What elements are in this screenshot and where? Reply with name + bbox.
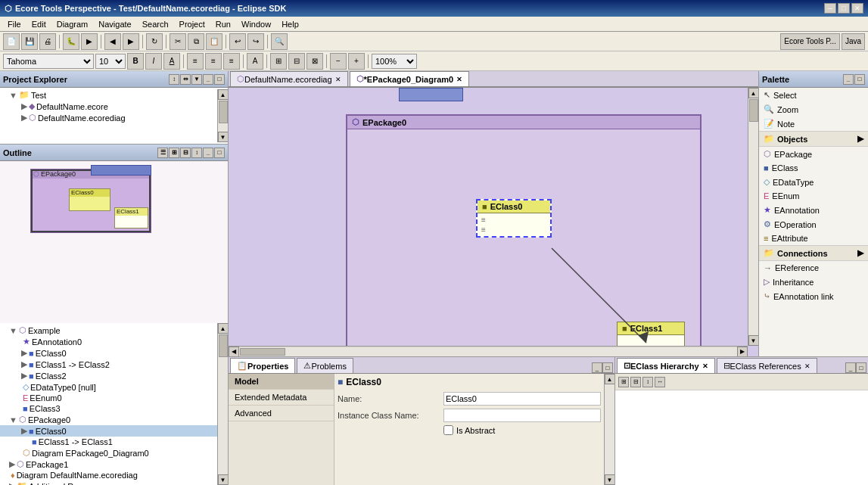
diagram-class-eclass0[interactable]: ■ EClass0 ≡ ≡ — [476, 199, 552, 238]
palette-inheritance[interactable]: ▷ Inheritance — [759, 275, 868, 289]
scroll-up2[interactable]: ▲ — [218, 323, 229, 334]
hierarchy-minimize[interactable]: _ — [845, 362, 856, 373]
java-button[interactable]: Java — [842, 33, 865, 50]
diag-scroll-left[interactable]: ◀ — [229, 347, 239, 357]
prop-instance-input[interactable] — [443, 409, 601, 422]
tab-epackage0[interactable]: ⬡ *EPackage0_Diagram0 ✕ — [350, 71, 470, 86]
copy-button[interactable]: ⧉ — [188, 33, 204, 50]
palette-objects-section[interactable]: 📁 Objects ▶ — [759, 131, 868, 147]
redo-button[interactable]: ↪ — [247, 33, 264, 50]
tree-additional[interactable]: ▶ 📁Additional Resources — [0, 480, 217, 485]
tree-item-test[interactable]: ▼ 📁 Test — [0, 89, 217, 101]
diagram-vscrollbar[interactable]: ▲ ▼ — [748, 88, 758, 346]
tree-epackage1[interactable]: ▶ ⬡EPackage1 — [0, 459, 217, 470]
hierarchy-tab-close[interactable]: ✕ — [702, 362, 708, 370]
tree-item-ecore[interactable]: ▶ ◆ DefaultName.ecore — [0, 101, 217, 112]
diagram-btn1[interactable]: ⊞ — [270, 53, 287, 70]
palette-edatatype[interactable]: ◇ EDataType — [759, 175, 868, 189]
palette-minimize[interactable]: _ — [843, 74, 854, 85]
tab-eclass-references[interactable]: ⊟ EClass References ✕ — [717, 358, 817, 373]
cut-button[interactable]: ✂ — [170, 33, 186, 50]
italic-button[interactable]: I — [145, 53, 162, 70]
diag-scroll-down[interactable]: ▼ — [748, 335, 759, 346]
scroll-down2[interactable]: ▼ — [218, 474, 229, 485]
menu-navigate[interactable]: Navigate — [94, 18, 135, 30]
tree-scrollbar2[interactable]: ▲ ▼ — [217, 323, 228, 485]
back-button[interactable]: ◀ — [104, 33, 121, 50]
minimize-panel-btn[interactable]: _ — [203, 74, 213, 85]
tree-eclass1-eclass1[interactable]: ■EClass1 -> EClass1 — [0, 437, 217, 447]
menu-diagram[interactable]: Diagram — [52, 18, 93, 30]
align-center-button[interactable]: ≡ — [205, 53, 222, 70]
tab-close-1[interactable]: ✕ — [335, 76, 341, 83]
palette-zoom[interactable]: 🔍 Zoom — [759, 102, 868, 117]
zoom-out-button[interactable]: − — [330, 53, 347, 70]
props-scroll-up[interactable]: ▲ — [605, 374, 615, 384]
prop-extended-item[interactable]: Extended Metadata — [229, 390, 334, 406]
tree-diagram-epackage[interactable]: ⬡Diagram EPackage0_Diagram0 — [0, 447, 217, 459]
prop-model-item[interactable]: Model — [229, 374, 334, 390]
scroll-up[interactable]: ▲ — [218, 89, 229, 100]
refresh-button[interactable]: ↻ — [146, 33, 163, 50]
prop-abstract-checkbox[interactable] — [443, 425, 453, 435]
tree-example[interactable]: ▼ ⬡Example — [0, 325, 217, 336]
collapse-btn[interactable]: ↕ — [169, 74, 179, 85]
tab-defaultname[interactable]: ⬡ DefaultName.ecorediag ✕ — [230, 71, 348, 86]
prop-advanced-item[interactable]: Advanced — [229, 406, 334, 421]
font-family-select[interactable]: Tahoma — [3, 54, 94, 69]
props-scroll-down[interactable]: ▼ — [605, 474, 615, 485]
link-btn[interactable]: ⇔ — [180, 74, 191, 85]
tree-eclass1-eclass2[interactable]: ▶ ■EClass1 -> EClass2 — [0, 359, 217, 370]
view-menu-btn[interactable]: ▼ — [191, 74, 202, 85]
run-button[interactable]: ▶ — [81, 33, 98, 50]
outline-maximize[interactable]: □ — [214, 148, 225, 158]
menu-file[interactable]: File — [3, 18, 26, 30]
save-button[interactable]: 💾 — [21, 33, 38, 50]
diagram-btn3[interactable]: ⊠ — [306, 53, 323, 70]
h-btn1[interactable]: ⊞ — [618, 377, 629, 387]
zoom-select[interactable]: 100% — [372, 54, 417, 69]
h-btn2[interactable]: ⊟ — [630, 377, 641, 387]
palette-eattribute[interactable]: ≡ EAttribute — [759, 232, 868, 245]
undo-button[interactable]: ↩ — [229, 33, 246, 50]
hierarchy-maximize[interactable]: □ — [856, 362, 866, 373]
menu-search[interactable]: Search — [138, 18, 173, 30]
palette-epackage[interactable]: ⬡ EPackage — [759, 147, 868, 161]
tree-eclass0-pkg[interactable]: ▶ ■EClass0 — [0, 425, 217, 437]
tree-epackage0[interactable]: ▼ ⬡EPackage0 — [0, 414, 217, 425]
palette-maximize[interactable]: □ — [854, 74, 865, 85]
palette-note[interactable]: 📝 Note — [759, 117, 868, 131]
paste-button[interactable]: 📋 — [206, 33, 222, 50]
palette-connections-section[interactable]: 📁 Connections ▶ — [759, 245, 868, 261]
palette-eenum[interactable]: E EEnum — [759, 189, 868, 203]
tree-eclass2[interactable]: ▶ ■EClass2 — [0, 370, 217, 381]
palette-eannotation-link[interactable]: ⤷ EAnnotation link — [759, 289, 868, 303]
bold-button[interactable]: B — [127, 53, 144, 70]
palette-eoperation[interactable]: ⚙ EOperation — [759, 217, 868, 232]
outline-btn3[interactable]: ⊟ — [180, 148, 191, 158]
diagram-package-epackage0[interactable]: ⬡ EPackage0 ■ EClass0 ≡ ≡ — [346, 114, 702, 356]
tree-eclass0[interactable]: ▶ ■EClass0 — [0, 347, 217, 359]
outline-btn1[interactable]: ☰ — [157, 148, 168, 158]
menu-edit[interactable]: Edit — [27, 18, 51, 30]
maximize-panel-btn[interactable]: □ — [214, 74, 225, 85]
menu-window[interactable]: Window — [237, 18, 275, 30]
menu-run[interactable]: Run — [211, 18, 235, 30]
print-button[interactable]: 🖨 — [39, 33, 56, 50]
forward-button[interactable]: ▶ — [123, 33, 139, 50]
tree-edatatype0[interactable]: ◇EDataType0 [null] — [0, 381, 217, 393]
diag-scroll-up[interactable]: ▲ — [748, 88, 759, 98]
maximize-button[interactable]: □ — [838, 3, 850, 14]
tree-eclass3[interactable]: ■EClass3 — [0, 403, 217, 414]
prop-name-input[interactable] — [443, 392, 601, 406]
tab-close-2[interactable]: ✕ — [456, 76, 462, 83]
align-right-button[interactable]: ≡ — [223, 53, 240, 70]
diag-scroll-right[interactable]: ▶ — [737, 347, 748, 357]
tab-eclass-hierarchy[interactable]: ⊡ EClass Hierarchy ✕ — [617, 358, 715, 373]
diagram-canvas[interactable]: ⬡ EPackage0 ■ EClass0 ≡ ≡ — [229, 88, 758, 356]
underline-button[interactable]: A — [163, 53, 180, 70]
tree-diagram-default[interactable]: ♦Diagram DefaultName.ecorediag — [0, 470, 217, 480]
outline-minimize[interactable]: _ — [203, 148, 213, 158]
tree-item-ecorediag[interactable]: ▶ ⬡ DefaultName.ecorediag — [0, 112, 217, 123]
search-button[interactable]: 🔍 — [271, 33, 288, 50]
